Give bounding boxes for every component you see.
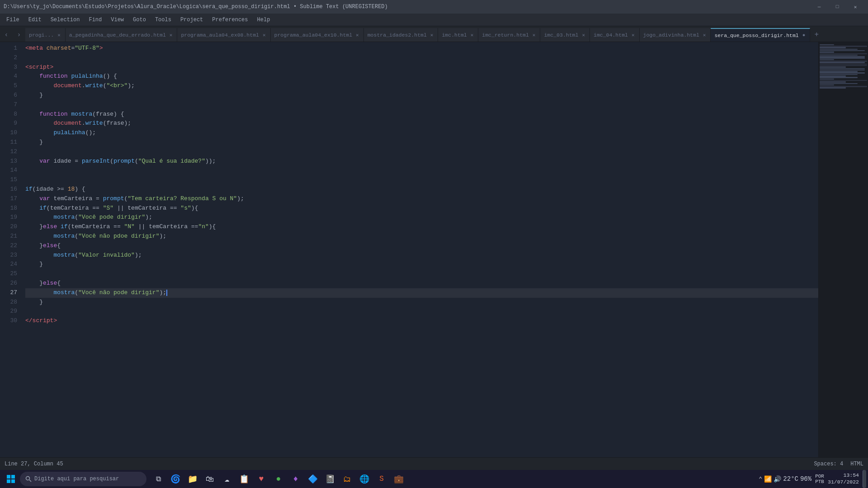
close-tab-jogo[interactable]: ✕: [702, 32, 707, 38]
svg-line-5: [29, 480, 31, 482]
code-line-16: if(idade >= 18) {: [25, 185, 818, 194]
code-line-26: }else{: [25, 279, 818, 288]
close-tab-progi[interactable]: ✕: [57, 32, 61, 38]
start-button[interactable]: [2, 470, 20, 488]
taskbar-app3[interactable]: ●: [270, 470, 287, 488]
close-tab-ex08[interactable]: ✕: [262, 32, 267, 38]
line-num-18: 18: [0, 204, 17, 213]
menu-tools[interactable]: Tools: [151, 15, 176, 25]
taskbar-onenote[interactable]: 📓: [322, 470, 338, 488]
menu-preferences[interactable]: Preferences: [208, 15, 252, 25]
tab-imc04[interactable]: imc_04.html ✕: [590, 28, 640, 42]
menu-view[interactable]: View: [106, 15, 128, 25]
taskbar-app1[interactable]: 📋: [236, 470, 252, 488]
tab-pegadinha[interactable]: a_pegadinha_que_deu_errado.html ✕: [66, 28, 178, 42]
line-num-5: 5: [0, 81, 17, 91]
new-tab-button[interactable]: +: [810, 28, 823, 42]
line-num-25: 25: [0, 269, 17, 279]
taskbar-store[interactable]: 🛍: [202, 470, 218, 488]
tab-jogo[interactable]: jogo_adivinha.html ✕: [640, 28, 711, 42]
tab-imc03[interactable]: imc_03.html ✕: [540, 28, 590, 42]
svg-rect-0: [7, 475, 10, 479]
tray-battery[interactable]: 96%: [800, 475, 811, 483]
line-num-29: 29: [0, 307, 17, 316]
taskbar-explorer[interactable]: 📁: [184, 470, 201, 488]
close-tab-imc-return[interactable]: ✕: [532, 32, 537, 38]
search-placeholder: Digite aqui para pesquisar: [34, 476, 119, 482]
close-tab-imc03[interactable]: ✕: [581, 32, 586, 38]
tray-language[interactable]: POR PTB: [815, 474, 824, 484]
line-num-13: 13: [0, 157, 17, 166]
title-text: D:\Users\ty_jo\Documents\Estudo\Projetos…: [4, 4, 388, 10]
svg-point-4: [26, 477, 30, 480]
line-num-27: 27: [0, 288, 17, 298]
close-tab-idades2[interactable]: ✕: [429, 32, 434, 38]
line-num-6: 6: [0, 91, 17, 100]
code-line-30: </script>: [25, 316, 818, 326]
tray-temp: 22°C: [783, 475, 798, 483]
taskbar-app4[interactable]: ♦: [288, 470, 304, 488]
tray-datetime[interactable]: 13:54 31/07/2022: [828, 472, 859, 486]
menu-help[interactable]: Help: [253, 15, 275, 25]
taskbar-app2[interactable]: ♥: [253, 470, 269, 488]
tray-volume[interactable]: 🔊: [774, 475, 781, 483]
menu-project[interactable]: Project: [176, 15, 208, 25]
close-button[interactable]: ✕: [846, 0, 864, 14]
minimize-button[interactable]: —: [810, 0, 828, 14]
tab-next-button[interactable]: ›: [13, 28, 25, 42]
taskbar-edge[interactable]: 🌀: [167, 470, 184, 488]
taskbar-search[interactable]: Digite aqui para pesquisar: [20, 472, 146, 486]
tab-idades2[interactable]: mostra_idades2.html ✕: [364, 28, 439, 42]
svg-rect-3: [11, 479, 15, 483]
tab-prev-button[interactable]: ‹: [0, 28, 13, 42]
line-num-30: 30: [0, 316, 17, 326]
close-tab-imc04[interactable]: ✕: [631, 32, 636, 38]
line-num-1: 1: [0, 44, 17, 53]
close-tab-imc[interactable]: ✕: [470, 32, 475, 38]
line-num-7: 7: [0, 100, 17, 110]
code-line-1: <meta charset="UTF-8">: [25, 44, 818, 53]
maximize-button[interactable]: □: [828, 0, 846, 14]
tray-icons: ⌃ 📶 🔊 22°C 96%: [759, 475, 811, 483]
close-tab-pegadinha[interactable]: ✕: [169, 32, 174, 38]
menubar: File Edit Selection Find View Goto Tools…: [0, 14, 868, 26]
tab-ex08[interactable]: programa_aula04_ex08.html ✕: [177, 28, 270, 42]
taskbar-app6[interactable]: 🗂: [339, 470, 355, 488]
line-num-23: 23: [0, 251, 17, 260]
taskbar-sublime[interactable]: S: [373, 470, 390, 488]
tab-imc-return[interactable]: imc_return.html ✕: [478, 28, 540, 42]
close-tab-ex10[interactable]: ✕: [355, 32, 360, 38]
show-desktop-button[interactable]: [863, 470, 866, 488]
taskbar-app5[interactable]: 🔷: [305, 470, 321, 488]
svg-rect-1: [11, 475, 15, 479]
tray-show-hidden[interactable]: ⌃: [759, 475, 762, 483]
taskbar-app7[interactable]: 💼: [391, 470, 407, 488]
code-line-19: mostra("Você pode dirigir");: [25, 213, 818, 222]
code-line-9: document.write(frase);: [25, 119, 818, 128]
line-num-17: 17: [0, 194, 17, 204]
code-line-11: }: [25, 138, 818, 147]
tab-bar: ‹ › progi... ✕ a_pegadinha_que_deu_errad…: [0, 26, 868, 42]
menu-file[interactable]: File: [2, 15, 24, 25]
code-line-17: var temCarteira = prompt("Tem carteira? …: [25, 194, 818, 204]
taskbar: Digite aqui para pesquisar ⧉ 🌀 📁 🛍 ☁ 📋 ♥…: [0, 470, 868, 488]
tray-network[interactable]: 📶: [764, 475, 772, 483]
tab-imc[interactable]: imc.html ✕: [438, 28, 478, 42]
code-line-14: [25, 166, 818, 175]
code-editor[interactable]: <meta charset="UTF-8"> <script> function…: [22, 42, 818, 457]
menu-selection[interactable]: Selection: [46, 15, 85, 25]
code-line-27: mostra("Você não pode dirigir");: [25, 288, 818, 298]
close-tab-sera[interactable]: ●: [802, 32, 807, 38]
taskbar-task-view[interactable]: ⧉: [150, 470, 166, 488]
taskbar-onedrive[interactable]: ☁: [219, 470, 235, 488]
line-num-16: 16: [0, 185, 17, 194]
menu-find[interactable]: Find: [84, 15, 106, 25]
line-numbers: 1 2 3 4 5 6 7 8 9 10 11 12 13 14 15 16 1…: [0, 42, 22, 457]
tab-ex10[interactable]: programa_aula04_ex10.html ✕: [271, 28, 364, 42]
menu-edit[interactable]: Edit: [24, 15, 46, 25]
tab-progi[interactable]: progi... ✕: [25, 28, 66, 42]
menu-goto[interactable]: Goto: [128, 15, 151, 25]
window-controls: — □ ✕: [810, 0, 864, 14]
taskbar-chrome[interactable]: 🌐: [356, 470, 373, 488]
tab-sera[interactable]: sera_que_posso_dirigir.html ●: [711, 28, 810, 42]
